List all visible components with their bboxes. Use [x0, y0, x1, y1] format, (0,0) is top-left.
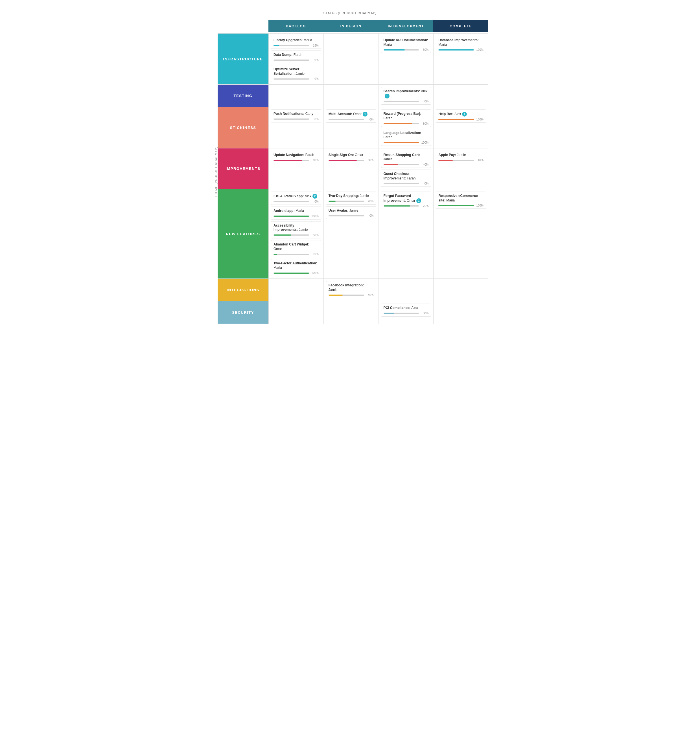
- progress-bar-bg: [328, 215, 364, 217]
- cell-stickiness-complete: Help Bot: Alex1100%: [433, 107, 488, 148]
- task-card[interactable]: Data Dump: Farah0%: [271, 51, 321, 63]
- data-row-new-features: NEW FEATURESiOS & iPadOS app: Alex20%And…: [218, 189, 488, 278]
- progress-bar-fill: [384, 164, 398, 165]
- task-assignee: Omar: [353, 112, 361, 116]
- progress-container: 0%: [274, 200, 319, 203]
- task-assignee: Maria: [304, 38, 312, 42]
- theme-cell-improvements: IMPROVEMENTS: [218, 148, 268, 189]
- task-title: Android app: Maria: [274, 209, 319, 213]
- task-card[interactable]: Update API Documentation: Maria60%: [381, 36, 431, 53]
- task-assignee: Alex: [305, 194, 311, 198]
- progress-bar-fill: [274, 160, 302, 161]
- cell-integrations-in_development: [378, 279, 434, 301]
- task-title: User Avatar: Jamie: [328, 209, 374, 213]
- progress-label: 60%: [421, 48, 429, 51]
- progress-bar-bg: [384, 205, 419, 206]
- progress-container: 0%: [384, 182, 429, 185]
- task-title: Single Sign-On: Omar: [328, 153, 374, 158]
- task-title: PCI Compliance: Alex: [384, 306, 429, 310]
- task-card[interactable]: Android app: Maria100%: [271, 206, 321, 220]
- task-name: Reskin Shopping Cart:: [384, 153, 420, 157]
- progress-label: 0%: [366, 118, 374, 121]
- progress-bar-fill: [328, 201, 336, 202]
- task-assignee: Alex: [421, 89, 428, 93]
- task-card[interactable]: User Avatar: Jamie0%: [326, 206, 376, 219]
- task-card[interactable]: Single Sign-On: Omar80%: [326, 151, 376, 164]
- task-card[interactable]: Facebook Integration: Jamie40%: [326, 281, 376, 298]
- task-card[interactable]: Reskin Shopping Cart: Jamie40%: [381, 151, 431, 168]
- task-name: Responsive eCommerce site:: [438, 194, 477, 202]
- progress-bar-fill: [328, 295, 343, 296]
- task-card[interactable]: Responsive eCommerce site: Maria100%: [436, 192, 486, 209]
- progress-bar-fill: [438, 119, 474, 120]
- task-name: Guest Checkout Improvement:: [384, 172, 409, 180]
- data-row-testing: TESTINGSearch Improvements: Alex10%: [218, 84, 488, 107]
- task-name: Data Dump:: [274, 53, 294, 57]
- task-card[interactable]: iOS & iPadOS app: Alex20%: [271, 192, 321, 205]
- task-assignee: Maria: [274, 266, 282, 270]
- cell-security-complete: [433, 301, 488, 323]
- page-container: STATUS (PRODUCT ROADMAP) THEME (PRODUCT …: [195, 0, 505, 335]
- task-card[interactable]: Abandon Cart Widget: Omar10%: [271, 240, 321, 257]
- data-row-infrastructure: INFRASTRUCTURELibrary Upgrades: Maria15%…: [218, 33, 488, 84]
- task-card[interactable]: Update Navigation: Farah80%: [271, 151, 321, 164]
- task-title: Optimize Server Serialization: Jamie: [274, 67, 319, 76]
- task-name: iOS & iPadOS app:: [274, 194, 305, 198]
- task-assignee: Omar: [407, 199, 415, 202]
- header-in-development: IN DEVELOPMENT: [378, 20, 434, 32]
- progress-container: 100%: [274, 271, 319, 275]
- progress-label: 50%: [311, 234, 319, 237]
- progress-container: 80%: [274, 159, 319, 162]
- task-card[interactable]: Apple Pay: Jamie40%: [436, 151, 486, 164]
- task-card[interactable]: Two-Factor Authentication: Maria100%: [271, 259, 321, 276]
- task-assignee: Maria: [295, 209, 304, 213]
- progress-container: 100%: [438, 118, 483, 121]
- task-title: Database Improvements: Maria: [438, 38, 483, 47]
- task-card[interactable]: Two-Day Shipping: Jamie20%: [326, 192, 376, 205]
- grid-wrapper: THEME (PRODUCT ROADMAP) BACKLOG IN DESIG…: [212, 20, 488, 323]
- progress-label: 15%: [311, 44, 319, 47]
- progress-bar-bg: [274, 215, 309, 217]
- task-card[interactable]: Reward (Progress Bar): Farah80%: [381, 110, 431, 127]
- task-card[interactable]: Optimize Server Serialization: Jamie0%: [271, 65, 321, 82]
- task-title: Two-Factor Authentication: Maria: [274, 261, 319, 270]
- task-card[interactable]: Help Bot: Alex1100%: [436, 110, 486, 123]
- task-name: Push Notifications:: [274, 112, 306, 116]
- task-assignee: Farah: [294, 53, 302, 57]
- task-name: Library Upgrades:: [274, 38, 304, 42]
- task-card[interactable]: Language Localization: Farah100%: [381, 129, 431, 146]
- task-card[interactable]: Accessibility Improvements: Jamie50%: [271, 221, 321, 238]
- progress-container: 0%: [274, 59, 319, 62]
- progress-bar-fill: [274, 45, 279, 46]
- task-card[interactable]: Database Improvements: Maria100%: [436, 36, 486, 53]
- progress-label: 30%: [421, 312, 429, 315]
- cell-new-features-in_development: Forgot Password Improvement: Omar175%: [378, 190, 434, 278]
- cell-new-features-in_design: Two-Day Shipping: Jamie20%User Avatar: J…: [324, 190, 378, 278]
- task-title: Accessibility Improvements: Jamie: [274, 223, 319, 232]
- task-card[interactable]: PCI Compliance: Alex30%: [381, 304, 431, 317]
- progress-container: 15%: [274, 44, 319, 47]
- task-card[interactable]: Library Upgrades: Maria15%: [271, 36, 321, 49]
- progress-container: 80%: [328, 159, 374, 162]
- cell-testing-backlog: [268, 85, 324, 107]
- task-card[interactable]: Search Improvements: Alex10%: [381, 87, 431, 105]
- progress-label: 80%: [421, 122, 429, 125]
- cell-stickiness-backlog: Push Notifications: Carly0%: [268, 107, 324, 148]
- task-card[interactable]: Multi-Account: Omar10%: [326, 110, 376, 123]
- progress-container: 80%: [384, 122, 429, 125]
- task-name: Single Sign-On:: [328, 153, 355, 157]
- task-title: Guest Checkout Improvement: Farah: [384, 172, 429, 180]
- task-card[interactable]: Push Notifications: Carly0%: [271, 110, 321, 122]
- progress-bar-bg: [438, 119, 474, 120]
- task-name: Apple Pay:: [438, 153, 457, 157]
- task-name: Accessibility Improvements:: [274, 223, 299, 232]
- task-card[interactable]: Guest Checkout Improvement: Farah0%: [381, 170, 431, 187]
- task-name: PCI Compliance:: [384, 306, 411, 310]
- task-card[interactable]: Forgot Password Improvement: Omar175%: [381, 192, 431, 209]
- task-assignee: Omar: [355, 153, 363, 157]
- y-axis-label: THEME (PRODUCT ROADMAP): [212, 20, 218, 323]
- main-grid: BACKLOG IN DESIGN IN DEVELOPMENT COMPLET…: [218, 20, 488, 323]
- task-assignee: Alex: [455, 112, 461, 116]
- task-name: Reward (Progress Bar):: [384, 112, 422, 116]
- progress-label: 0%: [311, 200, 319, 203]
